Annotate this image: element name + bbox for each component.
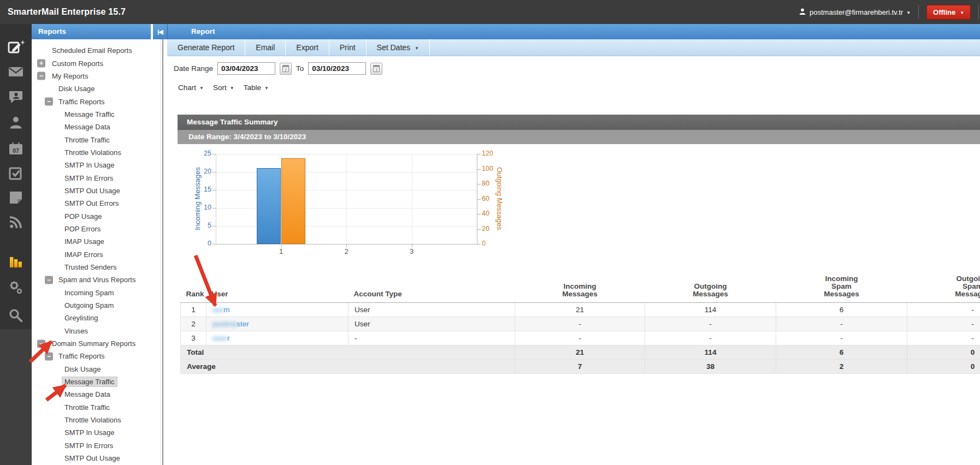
calendar-icon: 7 <box>282 65 289 72</box>
collapse-node-icon[interactable]: − <box>45 352 53 360</box>
report-toolbar: Generate ReportEmailExportPrintSet Dates… <box>167 39 980 56</box>
collapse-node-icon[interactable]: − <box>45 98 53 106</box>
expand-node-icon[interactable]: + <box>37 59 45 68</box>
tree-item-spam-and-virus-reports[interactable]: −Spam and Virus Reports <box>32 273 151 286</box>
tree-item-imap-usage[interactable]: IMAP Usage <box>32 235 151 248</box>
tree-item-message-traffic[interactable]: Message Traffic <box>32 375 151 388</box>
email-button[interactable]: Email <box>245 39 286 56</box>
tree-item-disk-usage[interactable]: Disk Usage <box>32 363 151 375</box>
date-to-calendar-button[interactable]: 7 <box>370 63 382 75</box>
tree-item-imap-errors[interactable]: IMAP Errors <box>32 248 151 261</box>
column-header-incoming-messages[interactable]: IncomingMessages <box>515 273 645 303</box>
outgoing-messages-cell: - <box>645 317 776 331</box>
tree-item-message-data[interactable]: Message Data <box>32 388 151 401</box>
column-header-rank[interactable]: Rank <box>181 273 206 303</box>
tree-item-trusted-senders[interactable]: Trusted Senders <box>32 261 151 273</box>
average-row: Average73820 <box>181 360 980 374</box>
compose-icon[interactable]: + <box>0 38 32 57</box>
column-header-accounttype[interactable]: Account Type <box>349 273 515 303</box>
generate-report-button[interactable]: Generate Report <box>167 39 245 56</box>
tick-mark <box>212 154 216 154</box>
svg-text:+: + <box>21 39 25 46</box>
tree-item-label: Message Data <box>64 390 110 398</box>
tree-item-smtp-in-errors[interactable]: SMTP In Errors <box>32 171 151 184</box>
collapse-node-icon[interactable]: − <box>37 72 45 80</box>
collapse-node-icon[interactable]: − <box>45 276 53 284</box>
column-header-incoming-spam-messages[interactable]: IncomingSpamMessages <box>776 273 907 303</box>
panel-splitter[interactable] <box>160 39 167 465</box>
sort-menu[interactable]: Sort▼ <box>213 84 234 92</box>
tree-item-pop-errors[interactable]: POP Errors <box>32 223 151 235</box>
tree-item-throttle-violations[interactable]: Throttle Violations <box>32 414 151 426</box>
right-axis-tick-label: 120 <box>482 150 493 157</box>
tree-item-smtp-in-errors[interactable]: SMTP In Errors <box>32 439 151 452</box>
tree-item-throttle-violations[interactable]: Throttle Violations <box>32 146 151 159</box>
message-traffic-table: RankUserAccount TypeIncomingMessagesOutg… <box>180 273 980 374</box>
contacts-icon[interactable] <box>0 114 32 132</box>
table-menu[interactable]: Table▼ <box>244 84 269 92</box>
date-from-calendar-button[interactable]: 7 <box>280 63 292 75</box>
date-to-input[interactable] <box>308 62 366 75</box>
column-header-outgoing-messages[interactable]: OutgoingMessages <box>645 273 776 303</box>
account-type-cell: User <box>349 303 515 317</box>
date-from-input[interactable] <box>217 62 275 75</box>
bar-outgoing-messages <box>281 158 305 244</box>
user-link[interactable]: xxxm <box>212 306 230 314</box>
tree-item-smtp-in-usage[interactable]: SMTP In Usage <box>32 426 151 439</box>
tree-item-traffic-reports[interactable]: −Traffic Reports <box>32 350 151 362</box>
tasks-icon[interactable] <box>0 164 32 183</box>
tree-item-incoming-spam[interactable]: Incoming Spam <box>32 287 151 299</box>
tree-item-disk-usage[interactable]: Disk Usage <box>32 82 151 95</box>
feeds-icon[interactable] <box>0 213 32 231</box>
outgoing-messages-cell: 38 <box>645 360 776 374</box>
tree-item-domain-summary-reports[interactable]: −Domain Summary Reports <box>32 337 151 350</box>
reports-icon[interactable] <box>0 252 32 271</box>
search-icon[interactable] <box>0 306 32 325</box>
set-dates-button[interactable]: Set Dates▼ <box>367 39 430 56</box>
user-link[interactable]: postmaster <box>212 320 249 328</box>
tree-item-throttle-traffic[interactable]: Throttle Traffic <box>32 133 151 146</box>
print-button[interactable]: Print <box>329 39 367 56</box>
tree-item-message-data[interactable]: Message Data <box>32 121 151 133</box>
tree-item-label: Greylisting <box>64 314 98 322</box>
user-account-menu[interactable]: postmaster@firmarehberi.tv.tr ▼ <box>799 8 911 17</box>
toolbar-button-label: Print <box>340 43 356 52</box>
tree-item-pop-usage[interactable]: POP Usage <box>32 210 151 222</box>
column-header-user[interactable]: User <box>206 273 349 303</box>
tree-item-smtp-out-usage[interactable]: SMTP Out Usage <box>32 452 151 464</box>
tick-mark <box>212 208 216 208</box>
tree-item-smtp-out-usage[interactable]: SMTP Out Usage <box>32 184 151 197</box>
left-icon-rail: +07 <box>0 24 32 465</box>
calendar-icon[interactable]: 07 <box>0 140 32 158</box>
tick-mark <box>212 244 216 245</box>
tree-item-message-traffic[interactable]: Message Traffic <box>32 108 151 121</box>
tree-item-smtp-in-usage[interactable]: SMTP In Usage <box>32 159 151 171</box>
tree-item-viruses[interactable]: Viruses <box>32 325 151 337</box>
settings-icon[interactable] <box>0 278 32 297</box>
user-email: postmaster@firmarehberi.tv.tr <box>810 8 903 16</box>
tree-item-smtp-out-errors[interactable]: SMTP Out Errors <box>32 197 151 210</box>
menu-label: Table <box>244 84 261 92</box>
tree-item-label: SMTP In Errors <box>64 174 113 182</box>
chat-status-button[interactable]: Offline ▼ <box>926 5 971 20</box>
column-header-outgoing-spam-messages[interactable]: OutgoingSpamMessages <box>907 273 980 303</box>
tree-item-custom-reports[interactable]: +Custom Reports <box>32 57 151 69</box>
report-title: Report <box>191 24 215 39</box>
chart-menu[interactable]: Chart▼ <box>178 84 204 92</box>
chat-icon[interactable] <box>0 87 32 106</box>
tree-item-greylisting[interactable]: Greylisting <box>32 312 151 324</box>
export-button[interactable]: Export <box>286 39 329 56</box>
user-link[interactable]: xxxxr <box>212 334 230 342</box>
tree-item-throttle-traffic[interactable]: Throttle Traffic <box>32 401 151 414</box>
tree-item-scheduled-email-reports[interactable]: Scheduled Email Reports <box>32 44 151 57</box>
mail-icon[interactable] <box>0 62 32 81</box>
x-axis-tick-label: 2 <box>339 247 353 255</box>
collapse-node-icon[interactable]: − <box>37 339 45 348</box>
tree-item-my-reports[interactable]: −My Reports <box>32 70 151 82</box>
table-row: 2postmasterUser---- <box>181 317 980 331</box>
tick-mark <box>346 245 347 247</box>
tree-item-traffic-reports[interactable]: −Traffic Reports <box>32 95 151 108</box>
notes-icon[interactable] <box>0 188 32 207</box>
tree-item-outgoing-spam[interactable]: Outgoing Spam <box>32 299 151 312</box>
collapse-sidebar-button[interactable]: |◀ <box>153 24 168 39</box>
